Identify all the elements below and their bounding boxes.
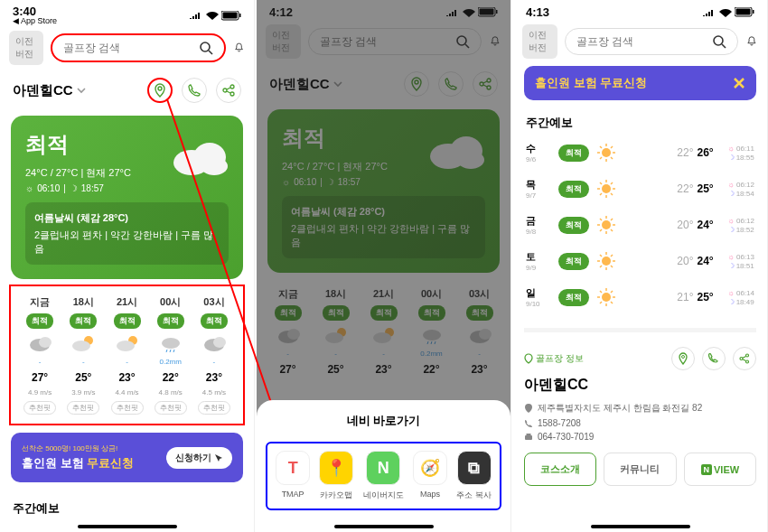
share-button[interactable]	[216, 78, 241, 103]
hourly-time: 03시	[203, 295, 224, 309]
hourly-rec[interactable]: 추천핏	[155, 401, 187, 415]
svg-line-21	[173, 350, 174, 352]
weekly-badge: 최적	[558, 289, 589, 306]
hourly-temp: 23°	[206, 371, 222, 384]
home-indicator[interactable]	[591, 525, 690, 528]
bell-icon[interactable]	[745, 32, 758, 51]
hourly-rec[interactable]: 추천핏	[67, 401, 99, 415]
tab-nview[interactable]: NVIEW	[684, 453, 756, 486]
promo-banner[interactable]: 선착순 5000명! 100만원 상금! 홀인원 보험 무료신청 신청하기	[11, 433, 243, 482]
weekly-badge: 최적	[558, 253, 589, 270]
weather-icon	[27, 333, 52, 353]
promo-banner-top[interactable]: 홀인원 보험 무료신청	[524, 66, 756, 100]
tab-course-intro[interactable]: 코스소개	[524, 453, 596, 486]
nav-app-네이버지도[interactable]: N네이버지도	[363, 451, 404, 501]
hourly-item[interactable]: 03시 최적 - 23° 4.5 m/s추천핏	[192, 295, 236, 415]
close-icon[interactable]	[733, 77, 745, 89]
svg-point-13	[39, 337, 52, 348]
sun-icon	[596, 143, 616, 163]
hourly-item[interactable]: 18시 최적 - 25° 3.9 m/s추천핏	[61, 295, 105, 415]
hourly-wind: 4.5 m/s	[202, 388, 226, 397]
svg-line-97	[600, 302, 602, 303]
course-selector[interactable]: 아덴힐CC	[13, 82, 86, 99]
nav-app-icon: ⧉	[457, 451, 492, 485]
weekly-lo: 22°	[677, 182, 693, 195]
svg-point-62	[602, 184, 611, 193]
prev-version-button[interactable]: 이전버전	[9, 31, 43, 65]
info-label: 골프장 정보	[524, 352, 584, 365]
weekly-date: 9/8	[526, 228, 551, 236]
weekly-lo: 22°	[677, 146, 693, 159]
call-button[interactable]	[702, 347, 726, 370]
nav-app-주소 복사[interactable]: ⧉주소 복사	[456, 451, 492, 501]
weather-icon	[158, 333, 183, 353]
svg-line-60	[611, 146, 613, 148]
svg-line-19	[166, 350, 167, 352]
nav-app-카카오맵[interactable]: 📍카카오맵	[319, 451, 353, 501]
hourly-temp: 23°	[118, 371, 135, 384]
weekly-item[interactable]: 수9/6 최적 22°26° ☼06:11☽18:55	[513, 135, 767, 171]
svg-line-52	[722, 44, 726, 48]
weekly-item[interactable]: 목9/7 최적 22°25° ☼06:12☽18:54	[513, 171, 767, 207]
hourly-badge: 최적	[26, 313, 53, 329]
info-phone2[interactable]: 064-730-7019	[524, 432, 756, 442]
hourly-temp: 22°	[163, 371, 179, 384]
weekly-date: 9/10	[526, 300, 551, 308]
svg-point-80	[602, 257, 611, 266]
svg-point-23	[213, 337, 226, 348]
weekly-item[interactable]: 토9/9 최적 20°24° ☼06:13☽18:51	[513, 243, 767, 279]
promo-apply-button[interactable]: 신청하기	[166, 447, 232, 469]
svg-point-98	[682, 356, 685, 359]
course-info-name: 아덴힐CC	[524, 376, 756, 395]
hourly-badge: 최적	[157, 313, 184, 329]
location-button[interactable]	[147, 78, 173, 103]
hourly-item[interactable]: 00시 최적 0.2mm 22° 4.8 m/s추천핏	[149, 295, 192, 415]
share-icon	[222, 84, 235, 97]
hourly-item[interactable]: 지금 최적 - 27° 4.9 m/s추천핏	[18, 295, 61, 415]
weekly-dow: 수	[526, 142, 551, 155]
svg-rect-103	[527, 434, 531, 435]
hourly-wind: 4.9 m/s	[28, 388, 52, 397]
hourly-rain: -	[213, 358, 216, 367]
svg-point-71	[602, 220, 611, 229]
weekly-item[interactable]: 금9/8 최적 20°24° ☼06:12☽18:52	[513, 207, 767, 243]
weekly-badge: 최적	[558, 181, 589, 198]
svg-line-88	[600, 266, 602, 267]
svg-point-51	[714, 36, 723, 45]
prev-version-button[interactable]: 이전버전	[522, 24, 557, 59]
sunset-time: ☽18:55	[728, 154, 754, 162]
hourly-rec[interactable]: 추천핏	[111, 401, 144, 415]
home-indicator[interactable]	[334, 525, 434, 528]
cloud-icon	[169, 134, 232, 179]
nav-app-label: 카카오맵	[320, 490, 352, 501]
tab-community[interactable]: 커뮤니티	[604, 453, 676, 486]
search-box[interactable]	[565, 28, 738, 55]
hourly-forecast: 지금 최적 - 27° 4.9 m/s추천핏 18시 최적 - 25° 3.9 …	[11, 286, 243, 424]
bell-icon[interactable]	[233, 38, 245, 58]
hourly-temp: 25°	[75, 371, 91, 384]
nav-app-Maps[interactable]: 🧭Maps	[413, 451, 447, 501]
nav-app-icon: 📍	[319, 451, 353, 485]
search-input[interactable]	[63, 42, 199, 54]
share-button[interactable]	[733, 347, 756, 370]
phone-icon	[708, 353, 719, 364]
svg-rect-49	[736, 9, 751, 15]
hourly-time: 00시	[160, 295, 181, 309]
search-box[interactable]	[51, 33, 226, 62]
hourly-item[interactable]: 21시 최적 - 23° 4.4 m/s추천핏	[105, 295, 148, 415]
info-phone1[interactable]: 1588-7208	[524, 418, 756, 428]
app-store-back[interactable]: ◀ App Store	[13, 17, 57, 25]
weekly-badge: 최적	[558, 217, 589, 234]
hourly-rec[interactable]: 추천핏	[198, 401, 230, 415]
nav-app-label: 주소 복사	[456, 490, 492, 501]
home-indicator[interactable]	[78, 525, 177, 528]
svg-point-6	[230, 85, 234, 89]
hourly-rec[interactable]: 추천핏	[23, 401, 56, 415]
nav-app-TMAP[interactable]: TTMAP	[276, 451, 310, 501]
call-button[interactable]	[182, 78, 207, 103]
weekly-item[interactable]: 일9/10 최적 21°25° ☼06:14☽18:49	[513, 279, 767, 315]
location-button[interactable]	[671, 347, 695, 370]
search-input[interactable]	[576, 35, 712, 48]
svg-point-8	[230, 92, 234, 96]
hourly-wind: 4.4 m/s	[115, 388, 138, 397]
